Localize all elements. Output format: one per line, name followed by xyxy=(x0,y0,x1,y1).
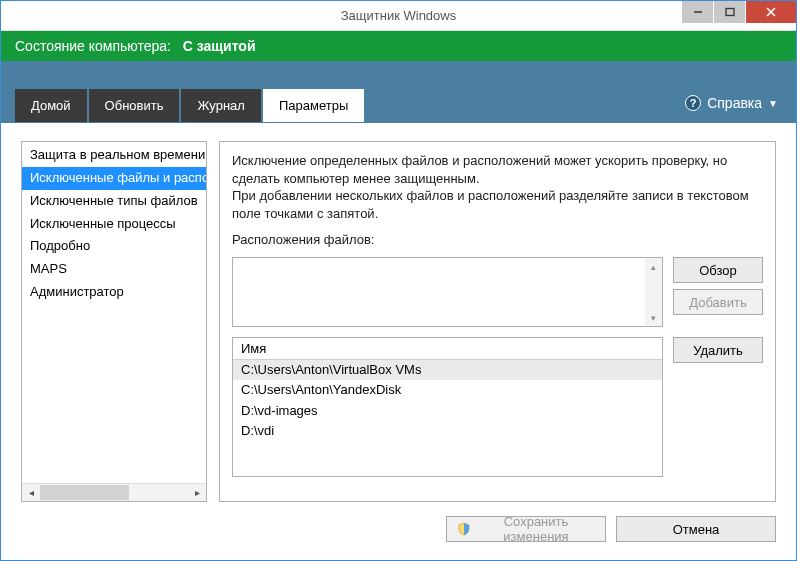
tab-update[interactable]: Обновить xyxy=(89,89,180,122)
description: Исключение определенных файлов и располо… xyxy=(232,152,763,222)
close-icon xyxy=(765,6,777,18)
name-row[interactable]: D:\vdi xyxy=(233,421,662,441)
titlebar: Защитник Windows xyxy=(1,1,796,31)
save-button-label: Сохранить изменения xyxy=(477,514,595,544)
window-title: Защитник Windows xyxy=(341,8,456,23)
description-line2: При добавлении нескольких файлов и распо… xyxy=(232,187,763,222)
panels: Защита в реальном времени Исключенные фа… xyxy=(21,141,776,502)
footer-buttons: Сохранить изменения Отмена xyxy=(21,502,776,542)
locations-label: Расположения файлов: xyxy=(232,232,763,247)
chevron-down-icon: ▼ xyxy=(768,98,778,109)
vscroll-up-button[interactable]: ▴ xyxy=(645,258,662,275)
help-link[interactable]: ? Справка ▼ xyxy=(685,95,778,111)
hscroll-thumb[interactable] xyxy=(40,485,129,500)
settings-sidebar: Защита в реальном времени Исключенные фа… xyxy=(21,141,207,502)
cancel-button[interactable]: Отмена xyxy=(616,516,776,542)
shield-icon xyxy=(457,522,471,536)
close-button[interactable] xyxy=(746,1,796,23)
hscroll-track[interactable] xyxy=(40,484,188,501)
help-icon: ? xyxy=(685,95,701,111)
sidebar-item-advanced[interactable]: Подробно xyxy=(22,235,206,258)
maximize-button[interactable] xyxy=(714,1,745,23)
name-row[interactable]: D:\vd-images xyxy=(233,401,662,421)
name-row[interactable]: C:\Users\Anton\YandexDisk xyxy=(233,380,662,400)
sidebar-item-realtime[interactable]: Защита в реальном времени xyxy=(22,144,206,167)
sidebar-item-maps[interactable]: MAPS xyxy=(22,258,206,281)
sidebar-item-excluded-files[interactable]: Исключенные файлы и расположения xyxy=(22,167,206,190)
sidebar-hscroll[interactable]: ◂ ▸ xyxy=(22,483,206,501)
help-label: Справка xyxy=(707,95,762,111)
status-bar: Состояние компьютера: С защитой xyxy=(1,31,796,61)
sidebar-item-excluded-types[interactable]: Исключенные типы файлов xyxy=(22,190,206,213)
vscroll-track[interactable] xyxy=(645,275,662,309)
locations-vscroll[interactable]: ▴ ▾ xyxy=(645,258,662,326)
status-value: С защитой xyxy=(183,38,256,54)
name-row[interactable]: C:\Users\Anton\VirtualBox VMs xyxy=(233,360,662,380)
hscroll-right-button[interactable]: ▸ xyxy=(188,484,206,501)
content-area: Защита в реальном времени Исключенные фа… xyxy=(1,123,796,556)
remove-button[interactable]: Удалить xyxy=(673,337,763,363)
maximize-icon xyxy=(725,7,735,17)
tab-history[interactable]: Журнал xyxy=(181,89,260,122)
sidebar-item-excluded-processes[interactable]: Исключенные процессы xyxy=(22,213,206,236)
description-line1: Исключение определенных файлов и располо… xyxy=(232,152,763,187)
tabs-area: Домой Обновить Журнал Параметры ? Справк… xyxy=(1,61,796,123)
settings-sidebar-list[interactable]: Защита в реальном времени Исключенные фа… xyxy=(22,142,206,483)
window-controls xyxy=(681,1,796,24)
detail-panel: Исключение определенных файлов и располо… xyxy=(219,141,776,502)
vscroll-down-button[interactable]: ▾ xyxy=(645,309,662,326)
tab-row: Домой Обновить Журнал Параметры xyxy=(15,89,782,122)
add-button: Добавить xyxy=(673,289,763,315)
status-label: Состояние компьютера: xyxy=(15,38,171,54)
minimize-icon xyxy=(693,7,703,17)
sidebar-item-administrator[interactable]: Администратор xyxy=(22,281,206,304)
excluded-names-list: Имя C:\Users\Anton\VirtualBox VMs C:\Use… xyxy=(232,337,663,477)
tab-home[interactable]: Домой xyxy=(15,89,87,122)
names-list[interactable]: C:\Users\Anton\VirtualBox VMs C:\Users\A… xyxy=(233,360,662,476)
names-column-header[interactable]: Имя xyxy=(233,338,662,360)
tab-settings[interactable]: Параметры xyxy=(263,89,364,122)
minimize-button[interactable] xyxy=(682,1,713,23)
hscroll-left-button[interactable]: ◂ xyxy=(22,484,40,501)
svg-rect-1 xyxy=(726,9,734,16)
save-button: Сохранить изменения xyxy=(446,516,606,542)
browse-button[interactable]: Обзор xyxy=(673,257,763,283)
locations-input[interactable]: ▴ ▾ xyxy=(232,257,663,327)
